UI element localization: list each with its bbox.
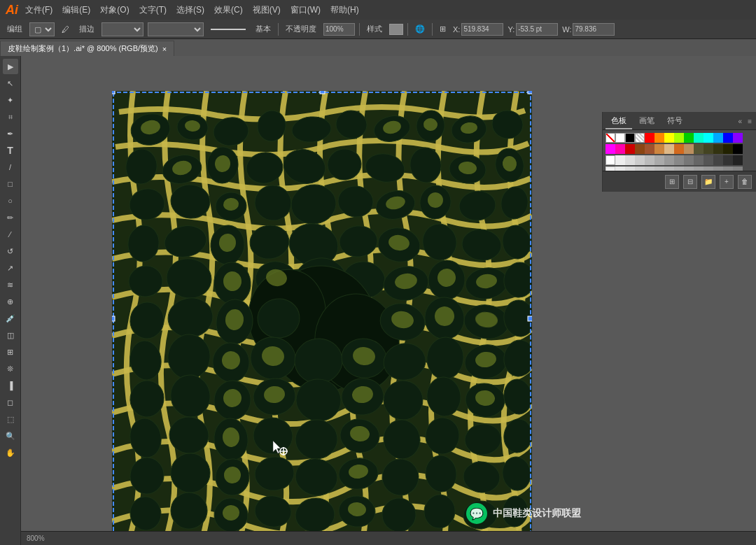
tool-brush[interactable]: ✏: [3, 210, 18, 225]
swatch-dk2[interactable]: [704, 144, 713, 154]
swatch-g11[interactable]: [713, 155, 723, 165]
swatch-pink[interactable]: [615, 144, 625, 154]
tool-slice[interactable]: ⬚: [3, 411, 18, 427]
swatch-buff[interactable]: [664, 144, 674, 154]
swatch-o[interactable]: [654, 133, 664, 143]
panel-tab-symbols[interactable]: 符号: [662, 113, 688, 129]
svg-rect-154: [528, 316, 532, 321]
coord-w-input[interactable]: [573, 23, 615, 36]
tool-magic-wand[interactable]: ✦: [3, 92, 18, 108]
tool-lasso[interactable]: ⌗: [3, 109, 18, 125]
menu-text[interactable]: 文字(T): [139, 4, 167, 16]
panel-new-swatch-btn[interactable]: +: [720, 175, 734, 189]
swatch-r[interactable]: [645, 133, 654, 143]
tool-warp[interactable]: ≋: [3, 277, 18, 292]
toolbar-fill-select[interactable]: [148, 22, 204, 36]
tool-gradient[interactable]: ◫: [3, 327, 18, 343]
swatch-g12[interactable]: [723, 155, 733, 165]
swatch-g5[interactable]: [654, 155, 664, 165]
swatch-dk3[interactable]: [713, 144, 723, 154]
menu-object[interactable]: 对象(O): [100, 4, 129, 16]
swatch-sienna[interactable]: [674, 144, 684, 154]
tab-close[interactable]: ×: [162, 45, 167, 53]
panel-swatch-options-btn[interactable]: ⊟: [683, 175, 697, 189]
tool-zoom[interactable]: 🔍: [3, 428, 18, 444]
document-tab[interactable]: 皮鞋绘制案例（1）.ai* @ 800% (RGB/预览) ×: [0, 41, 174, 56]
menu-help[interactable]: 帮助(H): [330, 4, 359, 16]
tool-symbol[interactable]: ❊: [3, 361, 18, 376]
menu-edit[interactable]: 编辑(E): [62, 4, 90, 16]
toolbar-mode-select[interactable]: ▢: [29, 22, 55, 36]
tool-rotate[interactable]: ↺: [3, 243, 18, 259]
swatch-lb[interactable]: [713, 133, 723, 143]
swatch-g6[interactable]: [664, 155, 674, 165]
swatch-none[interactable]: [606, 133, 615, 143]
swatch-g3[interactable]: [635, 155, 645, 165]
canvas-area[interactable]: 色板 画笔 符号 « ≡: [21, 56, 756, 545]
tool-blend[interactable]: ⊕: [3, 294, 18, 309]
tool-mesh[interactable]: ⊞: [3, 344, 18, 360]
swatch-white2[interactable]: [606, 155, 615, 165]
swatch-g8[interactable]: [684, 155, 694, 165]
menu-view[interactable]: 视图(V): [253, 4, 281, 16]
panel-collapse-btn[interactable]: «: [737, 116, 744, 127]
swatch-y[interactable]: [664, 133, 674, 143]
swatch-g1[interactable]: [615, 155, 625, 165]
tool-graph[interactable]: ▐: [3, 378, 18, 393]
panel-new-color-group-btn[interactable]: 📁: [701, 175, 715, 189]
panel-tab-brushes[interactable]: 画笔: [634, 113, 660, 129]
swatch-g4[interactable]: [645, 155, 654, 165]
toolbar-opacity-input[interactable]: [323, 23, 355, 36]
swatch-dk1[interactable]: [694, 144, 704, 154]
swatch-row-gray: [606, 155, 753, 165]
tool-rect[interactable]: □: [3, 176, 18, 192]
swatch-g2[interactable]: [625, 155, 635, 165]
swatch-g10[interactable]: [704, 155, 713, 165]
swatch-dr[interactable]: [625, 144, 635, 154]
tool-hand[interactable]: ✋: [3, 445, 18, 460]
swatch-brown1[interactable]: [635, 144, 645, 154]
tool-select[interactable]: ▶: [3, 59, 18, 74]
tool-eyedropper[interactable]: 💉: [3, 311, 18, 326]
toolbar-sep1: [278, 23, 279, 36]
swatch-white[interactable]: [615, 133, 625, 143]
tool-pencil[interactable]: ∕: [3, 227, 18, 242]
swatch-registration[interactable]: [625, 133, 635, 143]
panel-delete-swatch-btn[interactable]: 🗑: [738, 175, 752, 189]
panel-show-libraries-btn[interactable]: ⊞: [665, 175, 679, 189]
tool-artboard[interactable]: ◻: [3, 395, 18, 410]
tool-line[interactable]: /: [3, 160, 18, 175]
coord-y-input[interactable]: [516, 23, 558, 36]
swatch-brown2[interactable]: [645, 144, 654, 154]
menu-effect[interactable]: 效果(C): [214, 4, 243, 16]
menu-select[interactable]: 选择(S): [176, 4, 204, 16]
swatch-purple[interactable]: [733, 133, 743, 143]
menu-window[interactable]: 窗口(W): [290, 4, 321, 16]
swatch-yg[interactable]: [674, 133, 684, 143]
panel-controls: « ≡: [737, 116, 753, 127]
swatch-g9[interactable]: [694, 155, 704, 165]
tool-text[interactable]: T: [3, 143, 18, 158]
menu-file[interactable]: 文件(F): [25, 4, 52, 16]
tool-direct-select[interactable]: ↖: [3, 76, 18, 91]
swatch-g7[interactable]: [674, 155, 684, 165]
swatch-g13[interactable]: [733, 155, 743, 165]
swatch-tan[interactable]: [654, 144, 664, 154]
panel-menu-btn[interactable]: ≡: [746, 116, 753, 127]
swatch-rosy[interactable]: [684, 144, 694, 154]
tool-scale[interactable]: ↗: [3, 260, 18, 276]
swatch-g[interactable]: [684, 133, 694, 143]
tool-ellipse[interactable]: ○: [3, 193, 18, 208]
swatch-blue[interactable]: [723, 133, 733, 143]
coord-x-input[interactable]: [461, 23, 503, 36]
swatch-dk4[interactable]: [723, 144, 733, 154]
swatch-black[interactable]: [733, 144, 743, 154]
swatch-pattern1[interactable]: [635, 133, 645, 143]
swatch-magenta[interactable]: [606, 144, 615, 154]
swatch-teal[interactable]: [694, 133, 704, 143]
tool-pen[interactable]: ✒: [3, 126, 18, 141]
artwork[interactable]: [112, 91, 532, 545]
swatch-cyan[interactable]: [704, 133, 713, 143]
panel-tab-swatches[interactable]: 色板: [606, 113, 632, 129]
toolbar-stroke-select[interactable]: [102, 22, 144, 36]
